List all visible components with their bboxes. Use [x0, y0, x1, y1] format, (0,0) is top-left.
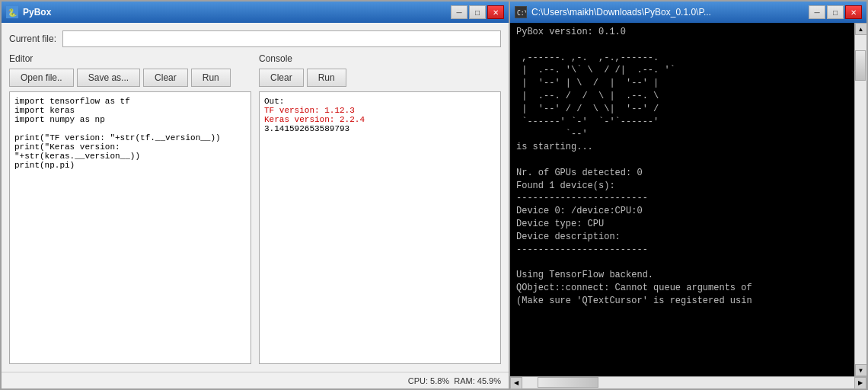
- console-label: Console: [259, 53, 501, 64]
- console-pi-value: 3.141592653589793: [264, 124, 349, 133]
- scrollbar-up-arrow[interactable]: ▲: [855, 23, 867, 35]
- cpu-status: CPU: 5.8%: [408, 376, 449, 385]
- console-run-button[interactable]: Run: [307, 69, 346, 87]
- editor-run-button[interactable]: Run: [191, 69, 231, 87]
- pybox-titlebar: 🐍 PyBox ─ □ ✕: [2, 2, 509, 23]
- hscroll-left-arrow[interactable]: ◀: [510, 377, 522, 389]
- terminal-icon: C:\: [515, 6, 527, 18]
- console-clear-button[interactable]: Clear: [259, 69, 304, 87]
- terminal-titlebar: C:\ C:\Users\maikh\Downloads\PyBox_0.1.0…: [510, 2, 866, 23]
- pybox-content: Current file: Editor Open file.. Save as…: [2, 23, 509, 372]
- terminal-hscrollbar[interactable]: ◀ ▶: [510, 376, 866, 388]
- pybox-close-button[interactable]: ✕: [487, 5, 504, 19]
- console-buttons: Clear Run: [259, 69, 501, 87]
- ram-status: RAM: 45.9%: [454, 376, 501, 385]
- terminal-minimize-button[interactable]: ─: [809, 5, 825, 19]
- scrollbar-down-arrow[interactable]: ▼: [855, 364, 867, 376]
- current-file-row: Current file:: [9, 30, 501, 47]
- scrollbar-track: [855, 35, 866, 364]
- status-bar: CPU: 5.8% RAM: 45.9%: [2, 372, 509, 388]
- pybox-icon: 🐍: [6, 6, 18, 18]
- current-file-input[interactable]: [62, 30, 501, 47]
- console-tf-version: TF version: 1.12.3: [264, 106, 355, 115]
- pybox-win-controls: ─ □ ✕: [451, 5, 504, 19]
- terminal-title-text: C:\Users\maikh\Downloads\PyBox_0.1.0\P..…: [531, 7, 711, 18]
- pybox-minimize-button[interactable]: ─: [451, 5, 468, 19]
- pybox-window: 🐍 PyBox ─ □ ✕ Current file: Editor Open …: [0, 0, 510, 390]
- terminal-win-controls: ─ □ ✕: [809, 5, 862, 19]
- hscroll-right-arrow[interactable]: ▶: [854, 377, 866, 389]
- editor-panel: Editor Open file.. Save as... Clear Run …: [9, 53, 251, 364]
- console-out-label: Out:: [264, 97, 284, 106]
- editor-textarea[interactable]: import tensorflow as tf import keras imp…: [9, 91, 251, 364]
- terminal-close-button[interactable]: ✕: [845, 5, 862, 19]
- svg-text:C:\: C:\: [517, 10, 526, 17]
- panels-row: Editor Open file.. Save as... Clear Run …: [9, 53, 501, 364]
- hscroll-thumb[interactable]: [538, 377, 598, 388]
- terminal-scrollbar[interactable]: ▲ ▼: [854, 23, 866, 376]
- pybox-title-left: 🐍 PyBox: [6, 6, 51, 18]
- terminal-window: C:\ C:\Users\maikh\Downloads\PyBox_0.1.0…: [510, 0, 868, 390]
- open-file-button[interactable]: Open file..: [9, 69, 74, 87]
- save-as-button[interactable]: Save as...: [77, 69, 140, 87]
- hscroll-track: [522, 377, 854, 388]
- console-keras-version: Keras version: 2.2.4: [264, 115, 365, 124]
- pybox-maximize-button[interactable]: □: [469, 5, 486, 19]
- current-file-label: Current file:: [9, 34, 56, 44]
- editor-buttons: Open file.. Save as... Clear Run: [9, 69, 251, 87]
- editor-label: Editor: [9, 53, 251, 64]
- scrollbar-thumb[interactable]: [855, 50, 866, 81]
- console-panel: Console Clear Run Out: TF version: 1.12.…: [259, 53, 501, 364]
- terminal-content[interactable]: PyBox version: 0.1.0 ,------. ,-. ,-.,--…: [510, 23, 854, 376]
- editor-clear-button[interactable]: Clear: [143, 69, 188, 87]
- terminal-maximize-button[interactable]: □: [827, 5, 844, 19]
- terminal-body: PyBox version: 0.1.0 ,------. ,-. ,-.,--…: [510, 23, 866, 376]
- console-output: Out: TF version: 1.12.3 Keras version: 2…: [259, 91, 501, 364]
- pybox-title-text: PyBox: [23, 7, 51, 18]
